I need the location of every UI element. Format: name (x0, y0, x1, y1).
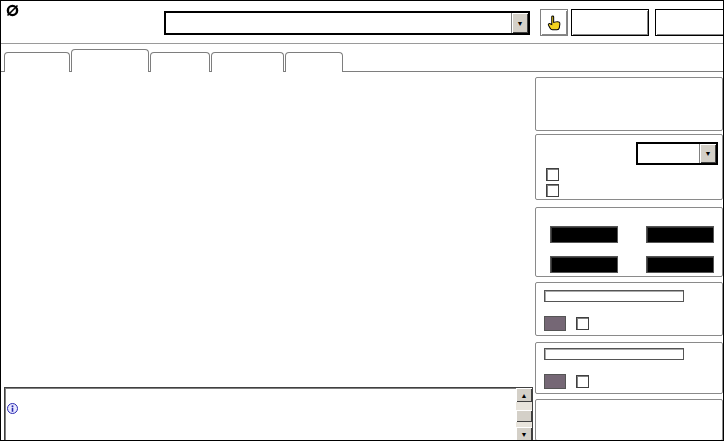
nero-logo-subtext (5, 4, 127, 17)
burn-image-checkbox[interactable] (546, 168, 559, 181)
speed-select[interactable]: ▼ (636, 142, 718, 165)
drive-select-arrow[interactable]: ▼ (511, 13, 528, 33)
buffer-color-swatch[interactable] (544, 316, 566, 331)
scroll-down-button[interactable]: ▼ (516, 427, 532, 441)
app-window: ▼ ▼ (0, 0, 724, 441)
progress-group (535, 399, 723, 441)
average-display (550, 226, 618, 243)
tab-disc-info[interactable] (150, 52, 210, 72)
settings-group: ▼ (535, 134, 723, 200)
cpu-color-swatch[interactable] (544, 374, 566, 389)
log-scrollbar[interactable]: ▲ ▼ (516, 388, 532, 441)
simulate-checkbox[interactable] (546, 184, 559, 197)
log-line (5, 402, 516, 415)
buffer-show-graph-checkbox[interactable] (576, 317, 589, 330)
buffer-group (535, 282, 723, 336)
exit-button[interactable] (655, 9, 724, 36)
start-button[interactable] (571, 9, 649, 36)
drive-select[interactable]: ▼ (164, 11, 530, 35)
eject-hand-button[interactable] (540, 9, 568, 36)
cpu-bar (544, 348, 684, 360)
tab-create-disc[interactable] (71, 49, 149, 72)
speed-group (535, 207, 723, 277)
speed-select-arrow[interactable]: ▼ (699, 144, 716, 163)
status-log[interactable]: ▲ ▼ (4, 387, 533, 441)
tab-disc-quality[interactable] (211, 52, 284, 72)
scrollbar-thumb[interactable] (516, 410, 532, 422)
cpu-group (535, 342, 723, 394)
start-display (550, 256, 618, 273)
chevron-down-icon: ▼ (705, 150, 712, 157)
speed-chart (1, 81, 531, 363)
log-line (5, 389, 516, 402)
end-display (646, 256, 714, 273)
info-icon (7, 403, 18, 414)
hand-icon (545, 14, 563, 32)
disc-icon (6, 4, 19, 17)
chevron-down-icon: ▼ (517, 20, 524, 27)
log-line (5, 428, 516, 441)
toolbar-divider-hl (1, 44, 724, 45)
type-display (646, 226, 714, 243)
scroll-up-button[interactable]: ▲ (516, 388, 532, 402)
buffer-bar (544, 290, 684, 302)
log-line (5, 415, 516, 428)
tab-scandisc[interactable] (285, 52, 343, 72)
nero-logo (5, 4, 127, 17)
disc-info-group (535, 77, 723, 131)
arrow-down-icon: ▼ (521, 431, 528, 438)
arrow-up-icon: ▲ (521, 392, 528, 399)
cpu-show-graph-checkbox[interactable] (576, 375, 589, 388)
tab-benchmark[interactable] (4, 52, 70, 72)
